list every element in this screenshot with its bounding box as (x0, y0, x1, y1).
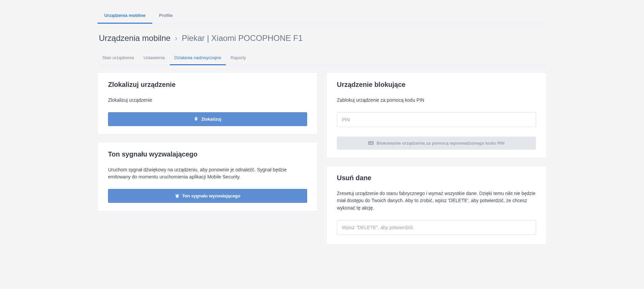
top-tabs: Urządzenia mobilne Profile (98, 7, 546, 24)
card-lock-title: Urządzenie blokujące (337, 81, 536, 89)
pin-input[interactable] (337, 112, 536, 127)
card-wipe: Usuń dane Zresetuj urządzenie do stanu f… (326, 166, 546, 245)
tone-button[interactable]: Ton sygnału wyzwalającego (108, 189, 307, 203)
locate-button-label: Zlokalizuj (201, 117, 221, 122)
lock-button-label: Blokowanie urządzenia za pomocą wprowadz… (376, 141, 504, 146)
card-locate-title: Zlokalizuj urządzenie (108, 81, 307, 89)
svg-rect-2 (370, 142, 371, 143)
bell-icon (175, 194, 180, 198)
breadcrumb-separator: › (175, 33, 178, 43)
card-tone-title: Ton sygnału wyzwalającego (108, 150, 307, 158)
tab-mobile-devices[interactable]: Urządzenia mobilne (98, 7, 152, 24)
card-lock-desc: Zablokuj urządzenie za pomocą kodu PIN (337, 97, 536, 104)
breadcrumb: Urządzenia mobilne › Piekar | Xiaomi POC… (98, 24, 546, 51)
keypad-icon (368, 141, 374, 145)
card-lock: Urządzenie blokujące Zablokuj urządzenie… (326, 72, 546, 158)
svg-rect-0 (368, 141, 374, 145)
lock-button[interactable]: Blokowanie urządzenia za pomocą wprowadz… (337, 137, 536, 150)
sub-tabs: Stan urządzenia Ustawienia Działania nad… (98, 51, 546, 66)
subtab-emergency-actions[interactable]: Działania nadzwyczajne (170, 51, 226, 65)
card-wipe-title: Usuń dane (337, 174, 536, 182)
svg-rect-3 (371, 142, 372, 143)
card-tone-desc: Uruchom sygnał dźwiękowy na urządzeniu, … (108, 166, 307, 181)
card-locate-desc: Zlokalizuj urządzenie (108, 97, 307, 104)
svg-rect-4 (372, 142, 373, 143)
tab-profile[interactable]: Profile (152, 7, 179, 24)
card-tone: Ton sygnału wyzwalającego Uruchom sygnał… (98, 142, 318, 211)
breadcrumb-root[interactable]: Urządzenia mobilne (99, 33, 170, 43)
svg-rect-5 (369, 143, 373, 144)
subtab-reports[interactable]: Raporty (226, 51, 251, 65)
locate-button[interactable]: Zlokalizuj (108, 112, 307, 126)
tone-button-label: Ton sygnału wyzwalającego (182, 193, 240, 198)
card-wipe-desc: Zresetuj urządzenie do stanu fabrycznego… (337, 190, 536, 212)
delete-confirm-input[interactable] (337, 220, 536, 235)
svg-rect-1 (369, 142, 370, 143)
card-locate: Zlokalizuj urządzenie Zlokalizuj urządze… (98, 72, 318, 135)
subtab-device-status[interactable]: Stan urządzenia (98, 51, 139, 65)
breadcrumb-device: Piekar | Xiaomi POCOPHONE F1 (182, 33, 302, 43)
location-pin-icon (194, 117, 198, 121)
subtab-settings[interactable]: Ustawienia (139, 51, 170, 65)
